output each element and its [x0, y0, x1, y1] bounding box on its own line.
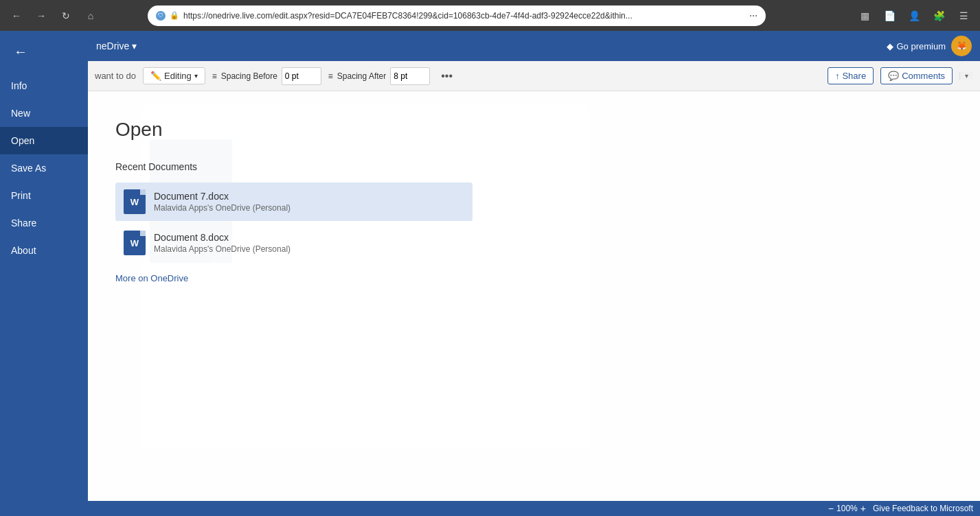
menu-item-print[interactable]: Print: [0, 182, 88, 209]
status-right: − 100% + Give Feedback to Microsoft: [828, 503, 973, 514]
menu-dots-icon: ⋯: [749, 11, 757, 21]
reader-icon[interactable]: 📄: [880, 6, 899, 25]
ribbon-scroll-button[interactable]: ▾: [959, 72, 973, 80]
share-icon: ↑: [835, 71, 840, 81]
office-top-bar: neDrive ▾ ◆ Go premium 🦊: [88, 31, 980, 61]
want-to-do-text: want to do: [95, 71, 136, 81]
shield-icon: 🛡: [156, 11, 166, 21]
library-icon[interactable]: ▦: [855, 6, 874, 25]
profile-icon[interactable]: 👤: [904, 6, 924, 25]
lock-icon: 🔒: [170, 11, 179, 20]
ribbon-area: want to do ✏️ Editing ▾ ≡ Spacing Before…: [88, 61, 980, 91]
spacing-before-input[interactable]: [282, 67, 321, 85]
editing-button[interactable]: ✏️ Editing ▾: [143, 67, 205, 84]
office-top-right: ◆ Go premium 🦊: [887, 36, 972, 56]
spacing-before-icon: ≡: [212, 71, 217, 81]
document-location: Malavida Apps's OneDrive (Personal): [154, 244, 464, 254]
main-content: neDrive ▾ ◆ Go premium 🦊 want to do ✏️ E…: [88, 31, 980, 516]
feedback-text[interactable]: Give Feedback to Microsoft: [873, 504, 973, 513]
document-area: vida Open Recent Documents W Document 7.…: [88, 91, 980, 501]
forward-nav-button[interactable]: →: [32, 6, 51, 25]
spacing-before-group: ≡ Spacing Before: [212, 67, 321, 85]
document-name: Document 8.docx: [154, 232, 464, 243]
document-list-item[interactable]: W Document 7.docx Malavida Apps's OneDri…: [115, 183, 472, 221]
menu-item-new[interactable]: New: [0, 99, 88, 127]
document-list-item[interactable]: W Document 8.docx Malavida Apps's OneDri…: [115, 224, 472, 262]
diamond-icon: ◆: [887, 41, 893, 51]
document-info: Document 8.docx Malavida Apps's OneDrive…: [154, 232, 464, 254]
url-text: https://onedrive.live.com/edit.aspx?resi…: [183, 11, 745, 21]
spacing-after-group: ≡ Spacing After: [328, 67, 430, 85]
zoom-control: − 100% +: [828, 503, 866, 514]
go-premium-button[interactable]: ◆ Go premium: [887, 41, 946, 51]
spacing-after-icon: ≡: [328, 71, 333, 81]
share-button[interactable]: ↑ Share: [828, 67, 874, 84]
onedrive-label[interactable]: neDrive ▾: [96, 40, 137, 51]
back-arrow-icon: ←: [14, 44, 27, 60]
more-onedrive-link[interactable]: More on OneDrive: [115, 273, 953, 283]
document-location: Malavida Apps's OneDrive (Personal): [154, 203, 464, 213]
browser-right-icons: ▦ 📄 👤 🧩 ☰: [855, 6, 973, 25]
home-button[interactable]: ⌂: [81, 6, 100, 25]
browser-chrome: ← → ↻ ⌂ 🛡 🔒 https://onedrive.live.com/ed…: [0, 0, 980, 31]
spacing-after-input[interactable]: [390, 67, 430, 85]
recent-documents-label: Recent Documents: [115, 161, 953, 172]
browser-menu-icon[interactable]: ☰: [954, 6, 973, 25]
reload-button[interactable]: ↻: [56, 6, 76, 25]
comments-button[interactable]: 💬 Comments: [880, 67, 953, 84]
more-options-button[interactable]: •••: [437, 67, 457, 85]
pencil-icon: ✏️: [150, 71, 161, 81]
zoom-out-button[interactable]: −: [828, 503, 834, 514]
address-bar[interactable]: 🛡 🔒 https://onedrive.live.com/edit.aspx?…: [148, 5, 766, 26]
extensions-icon[interactable]: 🧩: [929, 6, 948, 25]
open-panel-overlay: Open Recent Documents W Document 7.docx …: [88, 91, 980, 501]
menu-item-open[interactable]: Open: [0, 127, 88, 154]
spacing-after-label: Spacing After: [337, 71, 386, 81]
document-info: Document 7.docx Malavida Apps's OneDrive…: [154, 191, 464, 213]
spacing-before-label: Spacing Before: [221, 71, 277, 81]
menu-item-share[interactable]: Share: [0, 209, 88, 237]
zoom-level: 100%: [836, 504, 858, 513]
document-name: Document 7.docx: [154, 191, 464, 202]
word-icon: W: [124, 189, 146, 214]
menu-item-save-as[interactable]: Save As: [0, 154, 88, 182]
menu-item-about[interactable]: About: [0, 237, 88, 264]
chevron-down-icon: ▾: [194, 72, 198, 80]
menu-item-info[interactable]: Info: [0, 72, 88, 99]
word-icon: W: [124, 231, 146, 255]
zoom-in-button[interactable]: +: [861, 503, 866, 514]
file-menu-back-button[interactable]: ←: [3, 34, 38, 69]
comment-icon: 💬: [888, 71, 899, 81]
back-nav-button[interactable]: ←: [7, 6, 26, 25]
file-menu-panel: ← Info New Open Save As Print Share Abou…: [0, 31, 88, 516]
app-container: ← Info New Open Save As Print Share Abou…: [0, 31, 980, 516]
open-title: Open: [115, 119, 953, 141]
status-bar: − 100% + Give Feedback to Microsoft: [88, 501, 980, 516]
fox-logo: 🦊: [951, 36, 972, 56]
